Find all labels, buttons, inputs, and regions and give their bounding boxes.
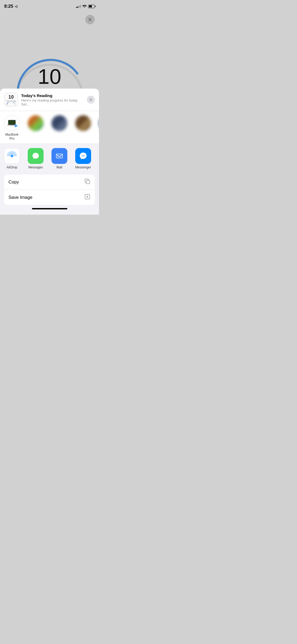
app-item-airdrop[interactable]: AirDrop xyxy=(0,148,24,169)
copy-label: Copy xyxy=(8,180,19,185)
app-name-messages: Messages xyxy=(29,165,43,169)
airdrop-contacts-row: MacBookPro xyxy=(0,111,99,144)
contact-name: MacBookPro xyxy=(5,133,18,140)
gauge-container: 10 of your 12-minute goal xyxy=(13,50,87,93)
messages-app-icon xyxy=(28,148,44,164)
app-item-mail[interactable]: Mail xyxy=(48,148,71,169)
thumb-label: Today's Reading xyxy=(6,100,16,102)
wifi-icon xyxy=(82,4,87,8)
app-share-row: AirDrop Messages Mail xyxy=(0,144,99,172)
save-image-icon xyxy=(84,194,91,201)
battery-icon xyxy=(88,5,95,8)
share-preview-thumbnail: 10 Today's Reading xyxy=(4,93,18,107)
svg-rect-4 xyxy=(10,125,13,126)
macbook-pro-avatar xyxy=(4,115,20,131)
status-time: 8:25 ◁ xyxy=(4,4,17,9)
blurred-avatar-2 xyxy=(51,115,67,131)
app-item-messages[interactable]: Messages xyxy=(24,148,48,169)
gauge-value: 10 xyxy=(38,66,61,87)
copy-action-row[interactable]: Copy xyxy=(4,174,95,190)
save-image-label: Save Image xyxy=(8,195,32,200)
signal-bars-icon xyxy=(76,5,81,8)
share-sheet: 10 Today's Reading Today's Reading Here'… xyxy=(0,89,99,215)
share-preview-subtitle: Here's my reading progress for today. Se… xyxy=(21,98,87,106)
save-image-action-row[interactable]: Save Image xyxy=(4,190,95,205)
share-preview-text: Today's Reading Here's my reading progre… xyxy=(21,93,87,106)
share-preview-title: Today's Reading xyxy=(21,93,87,98)
svg-rect-2 xyxy=(8,120,15,125)
share-preview-row: 10 Today's Reading Today's Reading Here'… xyxy=(0,89,99,111)
app-name-mail: Mail xyxy=(56,165,62,169)
location-icon: ◁ xyxy=(15,4,17,8)
svg-rect-7 xyxy=(56,154,63,158)
svg-rect-9 xyxy=(86,180,90,184)
blurred-avatar-1 xyxy=(28,115,44,131)
svg-point-5 xyxy=(15,126,17,127)
home-indicator xyxy=(32,208,67,209)
svg-point-6 xyxy=(11,155,13,157)
dismiss-button[interactable] xyxy=(85,15,95,24)
airdrop-waves-icon xyxy=(14,124,18,129)
mail-app-icon xyxy=(51,148,67,164)
app-item-facebook[interactable]: Fa... xyxy=(95,148,99,169)
app-name-airdrop: AirDrop xyxy=(7,165,17,169)
status-bar: 8:25 ◁ xyxy=(0,0,99,10)
messenger-app-icon xyxy=(75,148,91,164)
thumb-number: 10 xyxy=(8,94,14,100)
app-name-messenger: Messenger xyxy=(75,165,91,169)
contact-blurred-3[interactable] xyxy=(71,115,95,140)
blurred-avatar-3 xyxy=(75,115,91,131)
status-icons xyxy=(76,4,95,8)
share-preview-close-button[interactable] xyxy=(87,96,95,104)
contact-macbook-pro[interactable]: MacBookPro xyxy=(0,115,24,140)
app-item-messenger[interactable]: Messenger xyxy=(71,148,95,169)
action-rows: Copy Save Image xyxy=(4,174,95,205)
airdrop-app-icon xyxy=(4,148,20,164)
contact-blurred-1[interactable] xyxy=(24,115,48,140)
contact-blurred-4[interactable] xyxy=(95,115,99,140)
contact-blurred-2[interactable] xyxy=(48,115,71,140)
copy-icon xyxy=(84,178,91,186)
